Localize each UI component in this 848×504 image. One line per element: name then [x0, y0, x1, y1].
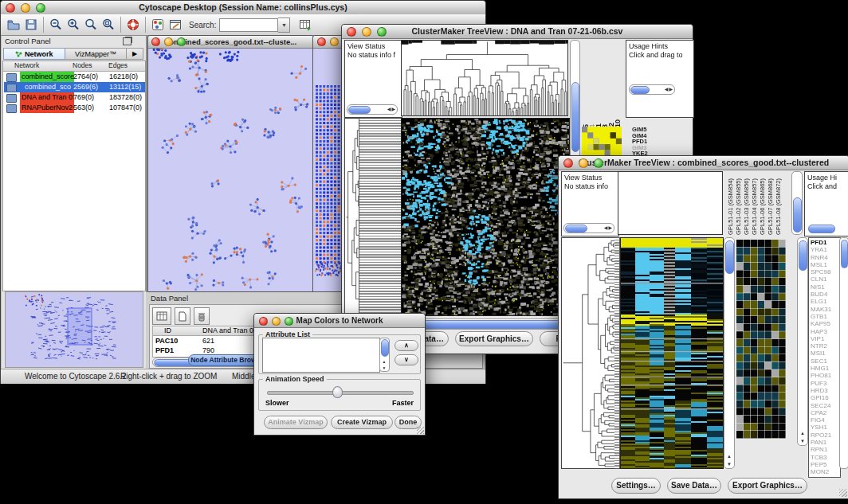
new-attribute-button[interactable] [175, 307, 190, 325]
gene-label[interactable]: GPI16 [811, 394, 840, 401]
scroll-down-icon[interactable]: ▼ [727, 462, 732, 467]
main-titlebar[interactable]: Cytoscape Desktop (Session Name: collins… [1, 1, 485, 15]
gene-label[interactable]: PAN1 [811, 439, 840, 446]
tv1-column-dendrogram[interactable] [401, 40, 568, 116]
scroll-right-icon[interactable]: ▶ [669, 87, 673, 92]
gene-label[interactable]: YSH1 [811, 424, 840, 431]
zoom-in-button[interactable] [65, 16, 82, 33]
treeview2-titlebar[interactable]: ClusterMaker TreeView : combined_scores_… [559, 156, 848, 170]
gene-label[interactable]: HRD3 [811, 387, 840, 394]
minimize-icon[interactable] [164, 37, 173, 46]
resize-grip-icon[interactable] [417, 427, 424, 434]
network-list-header[interactable]: Network Nodes Edges [3, 61, 145, 72]
gene-label[interactable]: GTB1 [811, 313, 840, 320]
gene-label[interactable]: NTR2 [811, 342, 840, 350]
tab-overflow-button[interactable]: ▶ [127, 48, 143, 60]
zoom-window-icon[interactable] [285, 317, 293, 326]
delete-attribute-button[interactable] [194, 307, 210, 325]
gene-label[interactable]: VIP1 [811, 335, 840, 342]
tab-network[interactable]: Network [3, 48, 65, 60]
tv1-row-dendrogram[interactable] [344, 118, 359, 316]
tv2-status-scrollbar[interactable]: ◀▶ [563, 223, 614, 233]
network-row[interactable]: combined_scores 2764(0) 16218(0) [4, 72, 145, 82]
close-icon[interactable] [6, 3, 15, 13]
scroll-up-icon[interactable]: ▲ [727, 454, 732, 459]
save-session-button[interactable] [22, 16, 40, 33]
gene-label[interactable]: ELG1 [811, 298, 840, 305]
column-label[interactable]: GPL51-06 (GSM865) [759, 178, 766, 235]
gene-label[interactable]: CPA2 [811, 409, 840, 416]
scroll-up-icon[interactable]: ▲ [383, 359, 387, 364]
tv2-heatmap[interactable] [620, 237, 724, 469]
tv1-export-graphics-button[interactable]: Export Graphics… [455, 331, 533, 346]
column-label[interactable]: GPL51-07 (GSM868) [767, 178, 774, 235]
gene-label[interactable]: SPC98 [811, 268, 840, 275]
gene-label[interactable]: CLN1 [811, 275, 840, 283]
tv1-status-scrollbar[interactable]: ◀▶ [347, 104, 398, 115]
tv2-gene-scrollbar[interactable]: ▲ ▼ [797, 237, 808, 446]
network-frame-titlebar[interactable]: combined_scores_good.txt--cluste... [148, 36, 313, 49]
scroll-right-icon[interactable]: ▶ [608, 225, 613, 230]
gene-label[interactable]: RPO21 [811, 432, 840, 439]
tv2-row-dendrogram[interactable] [561, 237, 615, 469]
tv1-heatmap[interactable] [401, 118, 570, 316]
dialog-titlebar[interactable]: Map Colors to Network [254, 314, 425, 328]
network-canvas[interactable] [148, 49, 312, 291]
gene-label[interactable]: KAP95 [811, 320, 840, 327]
animate-vizmap-button[interactable]: Animate Vizmap [264, 416, 328, 429]
zoom-window-icon[interactable] [377, 27, 387, 37]
gene-label[interactable]: HAP3 [811, 328, 840, 335]
tv2-save-data-button[interactable]: Save Data… [667, 478, 721, 494]
close-icon[interactable] [317, 37, 326, 46]
tab-vizmapper[interactable]: VizMapper™ [65, 48, 127, 60]
zoom-window-icon[interactable] [594, 158, 603, 168]
open-session-button[interactable] [5, 16, 22, 33]
minimize-icon[interactable] [272, 317, 281, 326]
gene-label[interactable]: MAK31 [811, 306, 840, 313]
minimize-icon[interactable] [330, 37, 339, 46]
float-panel-icon[interactable] [123, 37, 132, 45]
scroll-right-icon[interactable]: ▶ [391, 107, 396, 111]
zoom-selected-button[interactable] [82, 16, 100, 33]
attribute-browser-button[interactable] [296, 16, 314, 33]
gene-label[interactable]: TCB3 [811, 454, 840, 461]
close-icon[interactable] [151, 37, 160, 46]
tv2-zoom-heatmap[interactable] [736, 240, 786, 439]
tv2-hints-scroll-thumb[interactable] [808, 225, 835, 233]
scroll-up-icon[interactable]: ▲ [800, 431, 805, 436]
gene-label[interactable]: MSL1 [811, 261, 840, 268]
create-vizmap-button[interactable]: Create Vizmap [331, 416, 393, 429]
zoom-window-icon[interactable] [177, 37, 186, 46]
column-label[interactable]: GPL51-08 (GSM872) [775, 178, 782, 235]
gene-label[interactable]: RPN1 [811, 446, 840, 453]
gene-label[interactable]: BUD4 [811, 291, 840, 298]
window-controls[interactable] [6, 3, 45, 12]
gene-label[interactable]: SEC1 [811, 357, 840, 365]
help-button[interactable] [124, 16, 142, 33]
column-label[interactable]: GPL51-03 (GSM856) [743, 178, 750, 235]
tv2-vscroll[interactable]: ▲ ▼ [724, 237, 735, 469]
tv2-top-vscroll[interactable] [791, 171, 803, 235]
gene-label[interactable]: PFD1 [811, 239, 840, 246]
zoom-window-icon[interactable] [36, 3, 45, 13]
close-icon[interactable] [259, 317, 268, 326]
zoom-fit-button[interactable] [100, 16, 117, 33]
resize-grip-icon[interactable] [839, 489, 847, 497]
vizmapper-button[interactable] [149, 16, 167, 33]
close-icon[interactable] [563, 158, 573, 168]
search-dropdown-button[interactable]: ▼ [278, 18, 290, 33]
gene-label[interactable]: RNR4 [811, 254, 840, 261]
gene-label[interactable]: FIG4 [811, 416, 840, 424]
tv1-hints-scrollbar[interactable]: ◀▶ [629, 84, 675, 95]
gene-label[interactable]: PHO81 [811, 372, 840, 379]
move-down-button[interactable]: ∨ [395, 354, 418, 365]
gene-label[interactable]: MON2 [811, 468, 840, 475]
close-icon[interactable] [347, 27, 356, 37]
scroll-down-icon[interactable]: ▼ [800, 439, 805, 443]
gene-label[interactable]: YRA1 [811, 246, 840, 253]
tv2-export-graphics-button[interactable]: Export Graphics… [728, 478, 807, 494]
move-up-button[interactable]: ∧ [395, 340, 418, 351]
treeview1-titlebar[interactable]: ClusterMaker TreeView : DNA and Tran 07-… [342, 25, 693, 39]
minimize-icon[interactable] [21, 3, 30, 13]
id-column-header[interactable]: ID [164, 326, 171, 334]
